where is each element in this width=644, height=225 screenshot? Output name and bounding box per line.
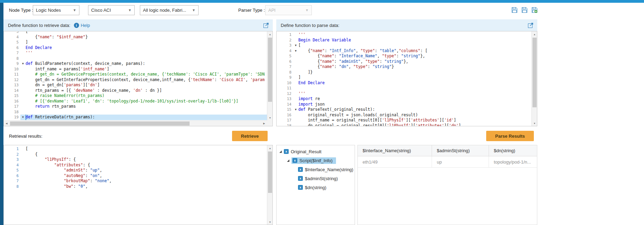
code-line[interactable]: 6 {"name": "adminSt", "type": "string"}, [277,59,531,65]
code-line[interactable]: 18 [4,109,267,115]
table-cell[interactable]: topology/pod-1/n... [489,156,537,167]
code-line[interactable]: 10 intf_name = params['intf_name'] [4,67,267,72]
code-line[interactable]: 3[ [4,31,267,35]
code-line[interactable]: 13 dn = get_dn['params']['dn'] [4,82,267,88]
code-line[interactable]: 4▼ {"name": "Intf_Info", "type": "table"… [277,48,531,54]
code-line[interactable]: 9] [277,75,531,80]
code-line[interactable]: 6End Declare [4,45,267,51]
node-type-select[interactable]: Logic Nodes ▼ [33,5,79,15]
line-number: 2 [4,152,20,157]
line-number: 12 [4,77,20,83]
scroll-up-arrow[interactable]: ▲ [267,145,273,151]
scope-select[interactable]: All logic node, Fabri... ▼ [140,5,199,15]
code-line[interactable]: 8 "bw": "0", [4,184,267,189]
tree-node-label: $Interface_Name(string) [305,167,353,172]
code-line[interactable]: 7''' [4,50,267,56]
scroll-up-arrow[interactable]: ▲ [267,31,273,37]
code-line[interactable]: 8 [4,56,267,61]
scroll-up-arrow[interactable]: ▲ [532,31,537,37]
code-line[interactable]: 7 "brkoutMap": "none", [4,178,267,184]
scroll-right-arrow[interactable]: ▶ [261,121,267,126]
retrieval-output-editor[interactable]: 1[2 {3 "l1PhysIf": {4 "attributes": {5 "… [3,145,273,225]
code-line[interactable]: 1''' [277,32,531,38]
code-line[interactable]: 11 [277,86,531,91]
code-line[interactable]: 18 dn_original = original_result[0]['l1P… [277,123,531,127]
line-number: 4 [4,163,20,168]
code-text: ] [26,40,267,45]
tree-node-variable[interactable]: x$dn(string) [277,183,355,192]
scrollbar-thumb[interactable] [532,38,537,107]
code-line[interactable]: 17 return rtn_params [4,104,267,109]
open-editor-icon[interactable] [528,22,534,28]
tree-expander-icon[interactable] [287,159,289,162]
scrollbar-thumb[interactable] [268,151,272,193]
code-line[interactable]: 12''' [277,91,531,97]
scroll-left-arrow[interactable]: ◀ [4,121,9,126]
code-line[interactable]: 15 # raise NameError(rtn_params) [4,93,267,99]
table-cell[interactable]: up [432,156,489,167]
retrieve-code-editor[interactable]: 3[4 {"name": "$intf_name"}5]6End Declare… [3,31,273,126]
code-line[interactable]: 9▼def BuildParameters(context, device_na… [4,61,267,67]
fold-arrow-icon[interactable]: ▼ [20,61,26,67]
parser-type-select[interactable]: API ▼ [265,5,312,15]
tree-node-script[interactable]: xScript($Intf_Info) [277,156,355,165]
code-line[interactable]: 11 # get_dn = GetDeviceProperties(contex… [4,72,267,77]
code-line[interactable]: 3▼[ [277,43,531,48]
tree-node-variable[interactable]: x$adminSt(string) [277,174,355,183]
vertical-scrollbar[interactable]: ▲ ▼ [267,31,272,120]
active-code-line[interactable]: 19▼def RetrieveData(rtn_params): [4,115,267,120]
fold-arrow-icon[interactable]: ▼ [20,115,26,120]
code-line[interactable]: 14import json [277,102,531,107]
line-number: 3 [4,31,20,35]
help-link[interactable]: i Help [74,23,90,28]
code-text: "autoNeg": "on", [26,173,267,179]
code-line[interactable]: 10End Declare [277,80,531,86]
code-line[interactable]: 4 "attributes": { [4,163,267,168]
code-line[interactable]: 4 {"name": "$intf_name"} [4,35,267,40]
scrollbar-thumb[interactable] [10,121,190,126]
save-as-icon[interactable] [521,7,528,13]
code-line[interactable]: 17 intf_name = original_result[0]['l1Phy… [277,118,531,123]
horizontal-scrollbar[interactable]: ◀ ▶ [4,120,267,126]
tree-node-variable[interactable]: x$Interface_Name(string) [277,165,355,174]
tree-node-original-result[interactable]: xOriginal_Result [277,147,355,156]
fold-arrow-icon[interactable]: ▼ [293,107,298,112]
code-line[interactable]: 12 get_dn = GetInterfaceProperties(conte… [4,77,267,83]
scroll-down-arrow[interactable]: ▼ [532,120,537,126]
code-line[interactable]: 16 # [{'devName': 'Leaf1', 'dn': 'topolo… [4,99,267,104]
code-line[interactable]: 15▼def ParseText(_original_result): [277,107,531,112]
fold-gutter [293,75,298,80]
vertical-scrollbar[interactable]: ▲ ▼ [531,31,537,126]
parse-results-button[interactable]: Parse Results [486,131,534,141]
code-line[interactable]: 2Begin Declare Variable [277,38,531,43]
table-row[interactable]: eth1/49uptopology/pod-1/n... [358,156,537,168]
scroll-down-arrow[interactable]: ▼ [267,219,273,225]
fold-arrow-icon[interactable]: ▼ [293,43,298,48]
scrollbar-thumb[interactable] [268,38,272,102]
scroll-down-arrow[interactable]: ▼ [267,115,273,120]
code-line[interactable]: 2 { [4,152,267,157]
code-line[interactable]: 7 {"name": "dn", "type": "string"} [277,64,531,70]
fold-gutter [20,109,26,115]
code-line[interactable]: 5 {"name": "Interface_Name", "type": "st… [277,53,531,59]
code-line[interactable]: 3 "l1PhysIf": { [4,157,267,163]
code-line[interactable]: 1[ [4,146,267,152]
code-line[interactable]: 8 ]} [277,70,531,75]
tree-node-label: $adminSt(string) [305,176,338,181]
technology-select[interactable]: Cisco ACI ▼ [88,5,135,15]
table-cell[interactable]: eth1/49 [358,156,432,167]
retrieve-button[interactable]: Retrieve [232,131,268,141]
parse-code-editor[interactable]: 1'''2Begin Declare Variable3▼[4▼ {"name"… [276,31,537,126]
code-line[interactable]: 13import re [277,96,531,102]
save-new-icon[interactable] [531,7,538,13]
code-line[interactable]: 14 rtn_params = [{ 'devName' : device_na… [4,88,267,94]
code-line[interactable]: 16 original_result = json.loads(_origina… [277,112,531,118]
code-line[interactable]: 5 "adminSt": "up", [4,168,267,173]
fold-arrow-icon[interactable]: ▼ [293,48,298,54]
code-line[interactable]: 6 "autoNeg": "on", [4,173,267,179]
open-editor-icon[interactable] [263,22,269,28]
save-icon[interactable] [511,7,518,13]
vertical-scrollbar[interactable]: ▲ ▼ [267,145,272,225]
code-line[interactable]: 5] [4,40,267,45]
tree-expander-icon[interactable] [279,150,282,153]
